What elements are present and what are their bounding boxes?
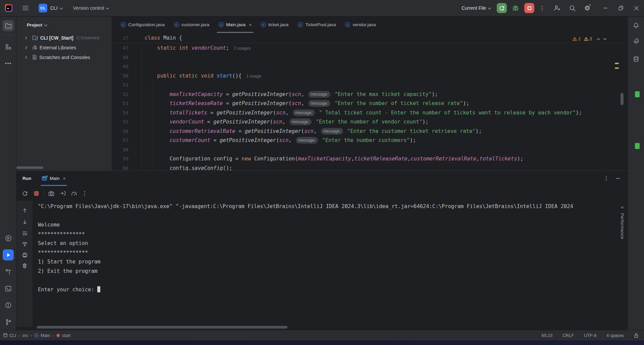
breadcrumb-item[interactable]: CMain	[34, 333, 50, 338]
line-number[interactable]: 50	[112, 71, 141, 81]
next-problem-button[interactable]	[603, 38, 607, 40]
down-stacktrace-button[interactable]	[20, 217, 29, 227]
services-tool-button[interactable]	[3, 233, 14, 244]
project-panel-header[interactable]: Project	[16, 17, 112, 33]
line-number[interactable]: 59	[112, 154, 141, 164]
search-everywhere-button[interactable]	[569, 5, 576, 11]
run-tool-button[interactable]	[3, 249, 14, 260]
vcs-widget[interactable]: Version control	[73, 5, 104, 11]
soft-wrap-button[interactable]	[20, 229, 29, 238]
line-number[interactable]: 53	[112, 99, 141, 108]
line-number[interactable]: 52	[112, 90, 141, 99]
editor-area[interactable]: CConfiguration.javaCcustomer.javaCMain.j…	[112, 16, 628, 170]
main-menu-button[interactable]	[20, 3, 31, 13]
console-hscrollbar[interactable]	[37, 326, 287, 329]
line-number[interactable]: 51	[112, 81, 141, 90]
code-line[interactable]: 53 ticketReleaseRate = getPositiveIntege…	[112, 99, 628, 108]
scroll-to-end-button[interactable]	[20, 240, 29, 249]
close-button[interactable]	[629, 0, 644, 16]
editor-tab[interactable]: CTicketPool.java	[293, 16, 340, 33]
editor-scrollbar-thumb[interactable]	[621, 93, 624, 105]
editor-tab[interactable]: Cvendor.java	[340, 16, 380, 33]
export-icon[interactable]	[58, 189, 67, 198]
run-configuration-selector[interactable]: Current File	[462, 5, 486, 11]
database-button[interactable]	[631, 54, 641, 64]
performance-tab[interactable]: « Performance	[620, 204, 625, 239]
settings-button[interactable]: ⚙	[584, 5, 590, 11]
editor-tab[interactable]: Cticket.java	[256, 16, 293, 33]
code-line[interactable]: 58	[112, 145, 628, 155]
ai-assistant-button[interactable]	[631, 36, 641, 46]
editor-tab[interactable]: Ccustomer.java	[169, 16, 214, 33]
code-lines[interactable]: 47 static int vendorCount;2 usages484950…	[112, 44, 628, 170]
rerun-console-button[interactable]	[20, 189, 30, 198]
chevron-right-icon[interactable]	[24, 56, 30, 59]
hide-panel-button[interactable]	[616, 176, 620, 181]
code-line[interactable]: 47 static int vendorCount;2 usages	[112, 44, 628, 53]
line-number[interactable]: 49	[112, 62, 141, 71]
caret-position[interactable]: 65:23	[542, 333, 553, 338]
editor-tab[interactable]: CConfiguration.java	[116, 16, 169, 33]
code-line[interactable]: 60 config.saveConfig();	[112, 164, 628, 171]
breadcrumb-item[interactable]: src	[22, 333, 28, 338]
line-number[interactable]: 58	[112, 145, 141, 155]
project-tree-item[interactable]: External Libraries	[16, 43, 112, 52]
git-tool-button[interactable]	[3, 316, 14, 328]
project-tool-button[interactable]	[3, 20, 14, 31]
chevron-right-icon[interactable]	[24, 46, 30, 49]
print-button[interactable]	[20, 250, 29, 259]
code-line[interactable]: 48	[112, 53, 628, 62]
line-number[interactable]: 54	[112, 108, 141, 118]
breadcrumb-item[interactable]: start	[56, 333, 70, 338]
project-widget[interactable]: CLI	[50, 5, 58, 11]
restore-button[interactable]	[613, 0, 629, 16]
project-tree-item[interactable]: Scratches and Consoles	[16, 52, 112, 62]
run-tab-close-icon[interactable]: ×	[63, 176, 66, 181]
terminal-tool-button[interactable]	[3, 283, 14, 294]
weak-warnings-badge[interactable]: 2	[584, 37, 592, 41]
code-line[interactable]: 52 maxTicketCapacity = getPositiveIntege…	[112, 90, 628, 99]
readonly-toggle[interactable]	[634, 333, 639, 338]
more-tools-button[interactable]: •••	[3, 58, 14, 69]
file-encoding[interactable]: UTF-8	[584, 333, 596, 338]
code-line[interactable]: 51	[112, 81, 628, 90]
breadcrumb-item[interactable]: CLI	[3, 333, 16, 338]
tab-close-icon[interactable]: ×	[249, 22, 252, 27]
code-line[interactable]: 49	[112, 62, 628, 71]
usages-hint[interactable]: 1 usage	[246, 74, 261, 79]
problems-tool-button[interactable]	[3, 300, 14, 311]
more-actions-button[interactable]: ⋮	[539, 5, 545, 12]
code-line[interactable]: 57 customerCount = getPositiveInteger(sc…	[112, 136, 628, 145]
stop-console-button[interactable]	[32, 189, 41, 198]
line-number[interactable]: 47	[112, 44, 141, 53]
run-more-button[interactable]: ⋮	[603, 175, 609, 182]
code-line[interactable]: 55 vendorCount = getPositiveInteger(scn,…	[112, 117, 628, 127]
stop-button[interactable]	[524, 3, 534, 13]
code-line[interactable]: 59 Configuration config = new Configurat…	[112, 154, 628, 164]
editor-tab[interactable]: CMain.java×	[214, 16, 256, 33]
rerun-button[interactable]	[497, 3, 507, 13]
code-area[interactable]: 17class Main { 47 static int vendorCount…	[112, 33, 628, 170]
clear-console-button[interactable]	[20, 261, 29, 270]
gauge-icon[interactable]	[69, 189, 79, 198]
debug-button[interactable]	[511, 3, 521, 13]
console-more-button[interactable]: ⋮	[82, 190, 88, 197]
t-tool-button[interactable]	[3, 266, 14, 277]
code-line[interactable]: 17class Main {	[112, 33, 628, 43]
structure-tool-button[interactable]	[3, 41, 14, 52]
camera-button[interactable]	[47, 189, 56, 198]
notifications-button[interactable]	[631, 20, 641, 31]
line-number[interactable]: 56	[112, 127, 141, 136]
line-number[interactable]: 17	[112, 33, 141, 43]
code-line[interactable]: 56 customerRetrievalRate = getPositiveIn…	[112, 127, 628, 136]
code-line[interactable]: 54 totalTickets = getPositiveInteger(scn…	[112, 108, 628, 118]
usages-hint[interactable]: 2 usages	[234, 46, 251, 51]
code-line[interactable]: 50 public static void start(){1 usage	[112, 71, 628, 81]
line-number[interactable]: 60	[112, 164, 141, 171]
project-tree-item[interactable]: CLI [CW_Start]C:\Users\ra	[16, 33, 112, 43]
line-number[interactable]: 57	[112, 136, 141, 145]
prev-problem-button[interactable]	[597, 38, 600, 40]
run-tab-main[interactable]: Main ×	[41, 171, 67, 186]
minimize-button[interactable]	[598, 0, 613, 16]
warnings-badge[interactable]: 2	[573, 37, 581, 41]
